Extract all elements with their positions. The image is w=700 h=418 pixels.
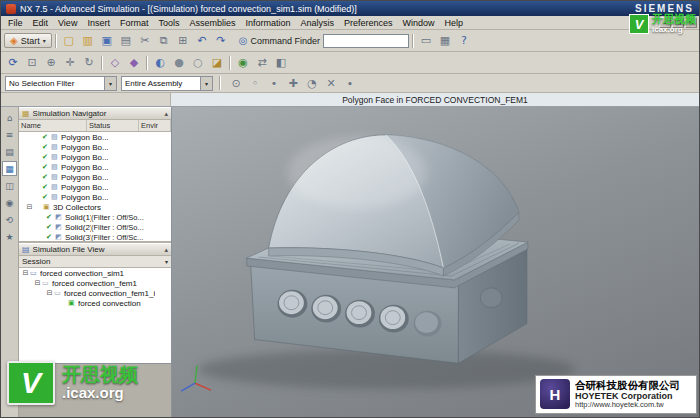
checkbox-icon[interactable]: ✔ [46, 223, 55, 231]
isometric-view-icon[interactable]: ◆ [125, 54, 143, 72]
tree-row[interactable]: ✔ ◩ Solid(1) (Filter : Off/So... [19, 212, 171, 222]
command-finder-input[interactable] [323, 34, 409, 48]
midpoint-icon[interactable]: • [265, 74, 283, 92]
shaded-icon[interactable]: ● [170, 54, 188, 72]
checkbox-icon[interactable]: ✔ [42, 143, 51, 151]
rotate-icon[interactable]: ↻ [80, 54, 98, 72]
part-navigator-icon[interactable]: ▤ [2, 144, 17, 159]
model-3d[interactable] [172, 107, 699, 417]
paste-icon[interactable]: ⊞ [174, 32, 192, 50]
menu-item[interactable]: Format [115, 18, 154, 28]
cut-icon[interactable]: ✂ [136, 32, 154, 50]
tree-row[interactable]: ✔ ◩ Solid(2) (Filter : Off/So... [19, 222, 171, 232]
collapse-icon[interactable]: ▴ [164, 246, 168, 254]
tree-row[interactable]: ✔ ▧ Polygon Bo... [19, 142, 171, 152]
expand-icon[interactable]: ⊟ [25, 203, 34, 211]
column-name[interactable]: Name [19, 120, 87, 131]
tree-row[interactable]: ✔ ▧ Polygon Bo... [19, 192, 171, 202]
pan-icon[interactable]: ✛ [61, 54, 79, 72]
menu-item[interactable]: Insert [82, 18, 115, 28]
menu-item[interactable]: File [3, 18, 28, 28]
checkbox-icon[interactable]: ✔ [42, 183, 51, 191]
center-point-icon[interactable]: ◔ [303, 74, 321, 92]
print-icon[interactable]: ▤ [117, 32, 135, 50]
column-environment[interactable]: Envir [139, 120, 171, 131]
help-icon[interactable]: ? [455, 32, 473, 50]
chevron-down-icon[interactable]: ▾ [104, 77, 116, 90]
menu-item[interactable]: Information [240, 18, 295, 28]
collapse-icon[interactable]: ▴ [164, 110, 168, 118]
save-icon[interactable]: ▣ [98, 32, 116, 50]
zoom-icon[interactable]: ⊕ [42, 54, 60, 72]
new-file-icon[interactable]: ▢ [60, 32, 78, 50]
tree-row[interactable]: ✔ ▧ Polygon Bo... [19, 152, 171, 162]
tree-row[interactable]: ✔ ▧ Polygon Bo... [19, 172, 171, 182]
shaded-with-edges-icon[interactable]: ◐ [151, 54, 169, 72]
toolbar-icon[interactable] [227, 54, 233, 72]
point-on-curve-icon[interactable]: ∙ [341, 74, 359, 92]
show-hide-icon[interactable]: ◉ [234, 54, 252, 72]
expand-icon[interactable]: ⊟ [21, 269, 30, 277]
tree-row[interactable]: ⊟ ▭ forced convection_fem1_i [19, 288, 171, 298]
copy-icon[interactable]: ⧉ [155, 32, 173, 50]
menu-item[interactable]: View [53, 18, 82, 28]
checkbox-icon[interactable]: ✔ [42, 133, 51, 141]
history-icon[interactable]: ⟲ [2, 212, 17, 227]
column-status[interactable]: Status [87, 120, 139, 131]
checkbox-icon[interactable]: ✔ [42, 193, 51, 201]
menu-item[interactable]: Edit [28, 18, 54, 28]
constraint-navigator-icon[interactable]: ≡ [2, 127, 17, 142]
endpoint-icon[interactable]: ◦ [246, 74, 264, 92]
session-bar[interactable]: Session ▾ [19, 256, 171, 268]
graphics-viewport[interactable] [172, 107, 699, 417]
selection-scope-dropdown[interactable]: Entire Assembly ▾ [121, 76, 213, 91]
menu-item[interactable]: Assemblies [184, 18, 240, 28]
checkbox-icon[interactable]: ✔ [42, 163, 51, 171]
tree-row[interactable]: ✔ ◩ Solid(3) (Filter : Off/Sc... [19, 232, 171, 241]
open-icon[interactable]: ▥ [79, 32, 97, 50]
edit-section-icon[interactable]: ◧ [272, 54, 290, 72]
tree-row[interactable]: ✔ ▧ Polygon Bo... [19, 162, 171, 172]
hd3d-tools-icon[interactable]: ◉ [2, 195, 17, 210]
undo-icon[interactable]: ↶ [193, 32, 211, 50]
tree-row[interactable]: ▣ forced convection [19, 298, 171, 308]
refresh-icon[interactable]: ⟳ [4, 54, 22, 72]
tree-row[interactable]: ✔ ▧ Polygon Bo... [19, 182, 171, 192]
expand-icon[interactable]: ⊟ [33, 279, 42, 287]
wireframe-icon[interactable]: ○ [189, 54, 207, 72]
menu-item[interactable]: Help [440, 18, 469, 28]
snap-point-icon[interactable]: ⊙ [227, 74, 245, 92]
reuse-library-icon[interactable]: ◫ [2, 178, 17, 193]
menu-item[interactable]: Preferences [339, 18, 398, 28]
checkbox-icon[interactable]: ✔ [46, 213, 55, 221]
checkbox-icon[interactable]: ✔ [46, 233, 55, 241]
fit-view-icon[interactable]: ⊡ [23, 54, 41, 72]
menu-item[interactable]: Analysis [295, 18, 339, 28]
tree-row[interactable]: ⊟ ▭ forced convection_sim1 [19, 268, 171, 278]
checkbox-icon[interactable]: ✔ [42, 153, 51, 161]
tree-row[interactable]: ✔ ▧ Polygon Bo... [19, 132, 171, 142]
trimetric-view-icon[interactable]: ◇ [106, 54, 124, 72]
menu-item[interactable]: Tools [153, 18, 184, 28]
tree-row[interactable]: ⊟ ▣ 3D Collectors [19, 202, 171, 212]
simulation-navigator-icon[interactable]: ▦ [2, 161, 17, 176]
roles-icon[interactable]: ★ [2, 229, 17, 244]
redo-icon[interactable]: ↷ [212, 32, 230, 50]
toolbar-icon[interactable] [99, 54, 105, 72]
intersection-icon[interactable]: ✕ [322, 74, 340, 92]
start-button[interactable]: ◈ Start ▾ [4, 33, 52, 48]
control-point-icon[interactable]: ✚ [284, 74, 302, 92]
assembly-navigator-icon[interactable]: ⌂ [2, 110, 17, 125]
tree-row[interactable]: ⊟ ▭ forced convection_fem1 [19, 278, 171, 288]
window-icon[interactable]: ▦ [436, 32, 454, 50]
expand-icon[interactable]: ⊟ [45, 289, 54, 297]
menu-item[interactable]: Window [398, 18, 440, 28]
chevron-down-icon[interactable]: ▾ [200, 77, 212, 90]
studio-render-icon[interactable]: ◪ [208, 54, 226, 72]
checkbox-icon[interactable]: ✔ [42, 173, 51, 181]
move-object-icon[interactable]: ⇄ [253, 54, 271, 72]
selection-filter-dropdown[interactable]: No Selection Filter ▾ [5, 76, 117, 91]
touch-mode-icon[interactable]: ▭ [417, 32, 435, 50]
toolbar-icon[interactable] [144, 54, 150, 72]
start-label: Start [21, 36, 40, 46]
